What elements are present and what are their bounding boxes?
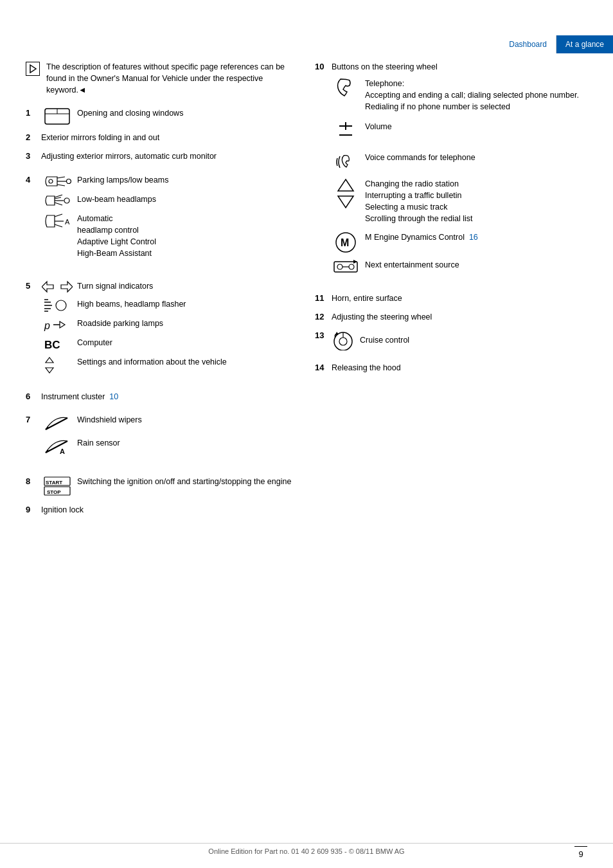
item-4: 4 [26,174,296,265]
item-7-sub2-text: Rain sensor [77,437,120,449]
item-10-m-engine: M M Engine Dynamics Control 16 [332,231,587,253]
item-12: 12 Adjusting the steering wheel [315,311,587,323]
intro-box: The description of features without spec… [26,61,296,96]
item-3: 3 Adjusting exterior mirrors, automatic … [26,150,296,163]
bc-icon: BC [41,337,73,351]
item-4-sub1-text: Parking lamps/low beams [77,174,168,186]
item-10-volume-text: Volume [365,121,392,132]
svg-marker-30 [46,357,53,363]
m-engine-icon: M [332,231,360,253]
svg-point-13 [64,198,69,203]
item-10-voice-text: Voice commands for telephone [365,152,475,163]
page-header: Dashboard At a glance [500,35,613,53]
item-12-text: Adjusting the steering wheel [332,311,432,323]
main-content: The description of features without spec… [26,61,587,829]
roadside-icon: p [41,318,73,332]
low-beam-icon [41,194,73,208]
play-icon [26,62,40,76]
item-5-sub5-text: Settings and information about the vehic… [77,356,227,368]
item-6: 6 Instrument cluster 10 [26,391,296,403]
svg-text:p: p [44,320,50,331]
item-10: 10 Buttons on the steering wheel Telepho… [315,61,587,277]
svg-line-11 [55,203,62,205]
item-10-phone: Telephone: Accepting and ending a call; … [332,78,587,113]
svg-line-4 [57,177,65,178]
item-5-sub3-text: Roadside parking lamps [77,318,163,329]
item-5-sub2: High beams, headlamp flasher [41,298,296,312]
item-3-text: Adjusting exterior mirrors, automatic cu… [41,150,217,162]
item-10-label: Buttons on the steering wheel [332,61,587,73]
item-5-sub1: Turn signal indicators [41,280,296,293]
phone-hook-icon [332,78,360,97]
item-5-sub3: p Roadside parking lamps [41,318,296,332]
item-4-sub2: Low-beam headlamps [41,194,296,208]
item-13-text: Cruise control [360,334,409,346]
svg-point-7 [49,179,53,183]
svg-marker-46 [338,196,353,208]
radio-up-icon [337,178,355,192]
turn-signal-icon [41,280,73,293]
svg-text:A: A [65,218,70,226]
item-10-next-source-text: Next entertainment source [365,259,459,271]
voice-cmd-icon [332,152,360,172]
left-column: The description of features without spec… [26,61,296,523]
svg-point-51 [349,264,354,269]
item-5-sub4-text: Computer [77,337,112,348]
item-5-sub5: Settings and information about the vehic… [41,356,296,374]
cruise-icon [332,330,355,350]
auto-headlamp-icon: A [41,213,73,230]
svg-text:STOP: STOP [47,489,61,495]
svg-line-6 [57,185,65,186]
item-5-sub2-text: High beams, headlamp flasher [77,298,186,310]
item-10-radio-text: Changing the radio station Interrupting … [365,178,472,225]
footer-text: Online Edition for Part no. 01 40 2 609 … [208,847,404,855]
svg-marker-31 [46,368,53,373]
item-7-sub1: Windshield wipers [41,414,296,432]
settings-arrows-icon [41,356,73,374]
item-7-sub1-text: Windshield wipers [77,414,142,426]
header-dashboard: Dashboard [500,35,556,53]
header-at-glance: At a glance [556,35,613,53]
right-column: 10 Buttons on the steering wheel Telepho… [315,61,587,523]
item-10-m-engine-text: M Engine Dynamics Control 16 [365,231,478,243]
item-1: 1 Opening and closing windows [26,107,296,125]
intro-text: The description of features without spec… [46,61,296,96]
next-source-icon [332,259,360,275]
svg-point-25 [56,300,66,311]
track-down-icon [337,195,355,209]
svg-point-50 [337,264,342,269]
svg-marker-28 [60,321,65,328]
item-10-voice: Voice commands for telephone [332,152,587,172]
parking-lamps-icon [41,174,73,188]
page-number: 9 [574,846,587,859]
wiper-icon [41,414,73,432]
svg-marker-18 [42,282,53,292]
item-14: 14 Releasing the hood [315,362,587,374]
item-2: 2 Exterior mirrors folding in and out [26,132,296,144]
item-4-sub3-text: Automaticheadlamp controlAdaptive Light … [77,213,156,260]
svg-text:BC: BC [44,339,60,351]
item-9-text: Ignition lock [41,504,84,516]
item-4-sub1: Parking lamps/low beams [41,174,296,188]
item-10-next-source: Next entertainment source [332,259,587,275]
item-9: 9 Ignition lock [26,504,296,516]
item-10-phone-title: Telephone: [365,78,587,89]
svg-text:M: M [341,237,349,248]
svg-marker-19 [61,282,73,292]
item-8: 8 START STOP ENGINE Switching the igniti… [26,476,296,498]
svg-marker-53 [353,260,357,264]
svg-line-14 [55,214,62,217]
item-10-phone-text: Accepting and ending a call; dialing sel… [365,89,587,113]
footer: Online Edition for Part no. 01 40 2 609 … [0,843,613,855]
item-13: 13 Cruise con [315,330,587,350]
item-4-sub2-text: Low-beam headlamps [77,194,156,205]
item-10-volume: Volume [332,121,587,140]
svg-marker-0 [30,65,36,73]
two-column-layout: The description of features without spec… [26,61,587,523]
svg-text:START: START [46,480,62,485]
item-1-text: Opening and closing windows [77,107,183,119]
svg-text:A: A [60,448,65,455]
item-10-radio: Changing the radio station Interrupting … [332,178,587,225]
item-6-text: Instrument cluster 10 [41,391,118,402]
svg-marker-45 [338,179,353,191]
